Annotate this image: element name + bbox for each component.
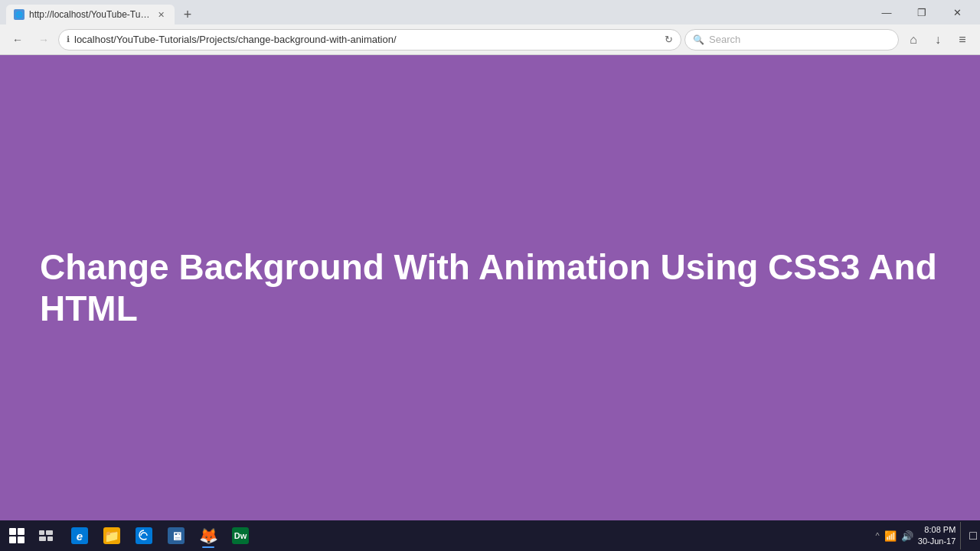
- ie-icon: e: [71, 527, 88, 544]
- new-tab-button[interactable]: +: [178, 5, 198, 24]
- security-icon: ℹ: [67, 34, 70, 44]
- files-icon: 🖥: [168, 527, 185, 544]
- clock-date: 30-Jun-17: [918, 536, 956, 547]
- search-bar[interactable]: 🔍 Search: [684, 29, 899, 51]
- volume-icon: 🔊: [901, 530, 913, 542]
- svg-rect-0: [39, 530, 44, 535]
- close-button[interactable]: ✕: [940, 0, 974, 24]
- taskbar-apps: e 📁 🖥 🦊 Dw: [64, 522, 256, 549]
- tab-bar: 🌐 http://localhost/YouTube-Tutor ✕ +: [6, 0, 198, 24]
- sys-tray-icons: ^ 📶 🔊: [876, 530, 913, 542]
- address-text: localhost/YouTube-Tutorials/Projects/cha…: [74, 34, 397, 45]
- svg-rect-2: [39, 536, 46, 541]
- tab-favicon: 🌐: [14, 9, 24, 20]
- taskbar-app-explorer[interactable]: 📁: [96, 522, 127, 549]
- taskbar-app-firefox[interactable]: 🦊: [193, 522, 224, 549]
- taskbar: e 📁 🖥 🦊 Dw: [0, 520, 980, 551]
- window-controls: — ❐ ✕: [870, 0, 974, 24]
- taskbar-app-ie[interactable]: e: [64, 522, 95, 549]
- tab-title: http://localhost/YouTube-Tutor: [29, 9, 150, 20]
- download-button[interactable]: ↓: [926, 28, 949, 51]
- explorer-icon: 📁: [103, 527, 120, 544]
- svg-rect-3: [47, 536, 53, 541]
- page-heading: Change Background With Animation Using C…: [40, 246, 980, 329]
- browser-window: 🌐 http://localhost/YouTube-Tutor ✕ + — ❐…: [0, 0, 980, 551]
- forward-button[interactable]: →: [32, 28, 55, 51]
- minimize-button[interactable]: —: [870, 0, 903, 24]
- home-button[interactable]: ⌂: [902, 28, 925, 51]
- web-content-area: Change Background With Animation Using C…: [0, 55, 980, 520]
- windows-logo-icon: [9, 528, 24, 543]
- taskbar-app-dreamweaver[interactable]: Dw: [225, 522, 256, 549]
- system-tray: ^ 📶 🔊 8:08 PM 30-Jun-17: [876, 522, 972, 549]
- network-icon: 📶: [884, 530, 897, 542]
- svg-rect-1: [46, 530, 53, 535]
- edge-icon: [136, 527, 152, 544]
- tab-close-button[interactable]: ✕: [155, 8, 167, 21]
- maximize-button[interactable]: ❐: [905, 0, 939, 24]
- title-bar: 🌐 http://localhost/YouTube-Tutor ✕ + — ❐…: [0, 0, 980, 24]
- show-desktop-button[interactable]: [960, 522, 965, 549]
- active-tab[interactable]: 🌐 http://localhost/YouTube-Tutor ✕: [6, 5, 175, 24]
- clock-time: 8:08 PM: [918, 524, 956, 536]
- task-view-button[interactable]: [32, 522, 60, 549]
- search-icon: 🔍: [693, 34, 704, 45]
- address-bar[interactable]: ℹ localhost/YouTube-Tutorials/Projects/c…: [58, 29, 681, 51]
- chevron-icon[interactable]: ^: [876, 531, 880, 540]
- time-date-display: 8:08 PM 30-Jun-17: [918, 524, 956, 548]
- reload-button[interactable]: ↻: [665, 34, 673, 45]
- taskbar-app-files[interactable]: 🖥: [161, 522, 191, 549]
- navigation-bar: ← → ℹ localhost/YouTube-Tutorials/Projec…: [0, 24, 980, 55]
- taskbar-app-edge[interactable]: [129, 522, 159, 549]
- start-button[interactable]: [3, 522, 31, 549]
- search-placeholder: Search: [709, 34, 740, 45]
- menu-button[interactable]: ≡: [951, 28, 974, 51]
- notification-area: □: [969, 529, 977, 543]
- back-button[interactable]: ←: [6, 28, 29, 51]
- nav-right-buttons: ⌂ ↓ ≡: [902, 28, 974, 51]
- firefox-icon: 🦊: [200, 527, 217, 544]
- address-wrapper: ℹ localhost/YouTube-Tutorials/Projects/c…: [58, 29, 681, 51]
- notification-icon[interactable]: □: [969, 529, 977, 542]
- dreamweaver-icon: Dw: [232, 527, 249, 544]
